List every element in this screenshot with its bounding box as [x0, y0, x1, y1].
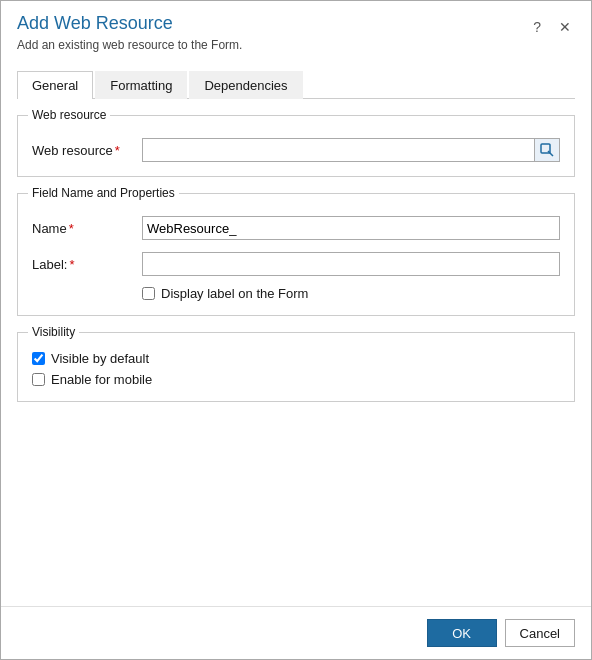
tab-bar: General Formatting Dependencies: [17, 70, 575, 99]
field-name-legend: Field Name and Properties: [28, 186, 179, 200]
label-label: Label:*: [32, 257, 142, 272]
label-required-star: *: [69, 257, 74, 272]
dialog-body: General Formatting Dependencies Web reso…: [1, 58, 591, 606]
help-icon[interactable]: ?: [529, 17, 545, 37]
dialog-header: Add Web Resource Add an existing web res…: [1, 1, 591, 58]
field-name-section: Field Name and Properties Name* Label:* …: [17, 193, 575, 316]
display-label-checkbox[interactable]: [142, 287, 155, 300]
label-input[interactable]: [142, 252, 560, 276]
visible-default-text[interactable]: Visible by default: [51, 351, 149, 366]
name-label: Name*: [32, 221, 142, 236]
ok-button[interactable]: OK: [427, 619, 497, 647]
enable-mobile-row: Enable for mobile: [32, 372, 560, 387]
cancel-button[interactable]: Cancel: [505, 619, 575, 647]
visibility-legend: Visibility: [28, 325, 79, 339]
visible-default-checkbox[interactable]: [32, 352, 45, 365]
dialog-title: Add Web Resource: [17, 13, 242, 34]
tab-formatting[interactable]: Formatting: [95, 71, 187, 99]
enable-mobile-text[interactable]: Enable for mobile: [51, 372, 152, 387]
name-row: Name*: [32, 216, 560, 240]
tab-general[interactable]: General: [17, 71, 93, 99]
name-required-star: *: [69, 221, 74, 236]
tab-dependencies[interactable]: Dependencies: [189, 71, 302, 99]
visibility-section: Visibility Visible by default Enable for…: [17, 332, 575, 402]
web-resource-label: Web resource*: [32, 143, 142, 158]
dialog-subtitle: Add an existing web resource to the Form…: [17, 38, 242, 52]
name-input[interactable]: [142, 216, 560, 240]
label-row: Label:*: [32, 252, 560, 276]
web-resource-legend: Web resource: [28, 108, 110, 122]
display-label-text[interactable]: Display label on the Form: [161, 286, 308, 301]
dialog-header-icons: ? ✕: [529, 17, 575, 37]
add-web-resource-dialog: Add Web Resource Add an existing web res…: [0, 0, 592, 660]
web-resource-input[interactable]: [142, 138, 534, 162]
web-resource-section: Web resource Web resource*: [17, 115, 575, 177]
enable-mobile-checkbox[interactable]: [32, 373, 45, 386]
visible-default-row: Visible by default: [32, 351, 560, 366]
web-resource-input-group: [142, 138, 560, 162]
web-resource-row: Web resource*: [32, 138, 560, 162]
dialog-footer: OK Cancel: [1, 606, 591, 659]
web-resource-required-star: *: [115, 143, 120, 158]
lookup-icon: [540, 143, 554, 157]
close-icon[interactable]: ✕: [555, 17, 575, 37]
web-resource-lookup-button[interactable]: [534, 138, 560, 162]
dialog-title-area: Add Web Resource Add an existing web res…: [17, 13, 242, 52]
display-label-row: Display label on the Form: [142, 286, 560, 301]
